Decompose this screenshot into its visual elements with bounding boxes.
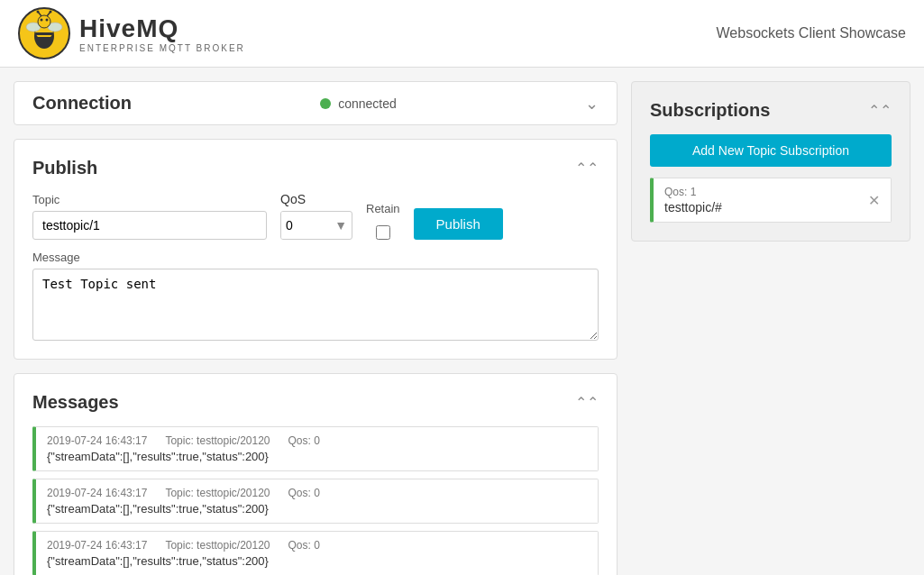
message-timestamp: 2019-07-24 16:43:17 (47, 539, 147, 552)
logo-subtitle-text: ENTERPRISE MQTT BROKER (79, 43, 245, 53)
message-qos: Qos: 0 (288, 434, 320, 447)
qos-select[interactable]: 0 1 2 (281, 212, 330, 239)
subscription-qos: Qos: 1 (664, 186, 722, 198)
svg-point-9 (46, 19, 49, 22)
message-label: Message (32, 251, 599, 264)
publish-form: Topic QoS 0 1 2 ▼ (32, 192, 599, 341)
message-meta: 2019-07-24 16:43:17 Topic: testtopic/201… (47, 487, 587, 499)
message-textarea[interactable] (32, 269, 599, 341)
message-qos: Qos: 0 (288, 487, 320, 499)
logo-text: HiveMQ ENTERPRISE MQTT BROKER (79, 14, 245, 53)
subscriptions-title: Subscriptions (650, 100, 770, 121)
qos-select-wrapper: 0 1 2 ▼ (280, 211, 352, 240)
logo-area: HiveMQ ENTERPRISE MQTT BROKER (18, 7, 245, 59)
svg-point-7 (38, 15, 50, 28)
messages-card: Messages ⌃⌃ 2019-07-24 16:43:17 Topic: t… (14, 373, 618, 575)
connection-status-text: connected (338, 96, 397, 111)
message-timestamp: 2019-07-24 16:43:17 (47, 487, 147, 499)
message-timestamp: 2019-07-24 16:43:17 (47, 434, 147, 447)
publish-collapse-icon[interactable]: ⌃⌃ (575, 160, 599, 177)
retain-label: Retain (366, 202, 400, 215)
subscriptions-panel: Subscriptions ⌃⌃ Add New Topic Subscript… (631, 81, 910, 242)
qos-dropdown-icon: ▼ (330, 218, 352, 233)
messages-header: Messages ⌃⌃ (32, 392, 599, 413)
topic-group: Topic (32, 193, 267, 240)
publish-button[interactable]: Publish (414, 208, 503, 240)
subscriptions-list: Qos: 1 testtopic/# ✕ (650, 178, 892, 223)
main-content: Connection connected ⌄ Publish ⌃⌃ Topic (0, 68, 924, 575)
message-body: {"streamData":[],"results":true,"status"… (47, 502, 587, 516)
message-meta: 2019-07-24 16:43:17 Topic: testtopic/201… (47, 434, 587, 447)
message-item: 2019-07-24 16:43:17 Topic: testtopic/201… (32, 531, 599, 575)
svg-point-11 (37, 11, 40, 14)
svg-rect-4 (35, 37, 53, 40)
svg-rect-3 (35, 32, 53, 35)
retain-group: Retain (366, 202, 400, 240)
topic-input[interactable] (32, 211, 267, 240)
connection-title: Connection (32, 93, 132, 114)
message-item: 2019-07-24 16:43:17 Topic: testtopic/201… (32, 426, 599, 471)
qos-group: QoS 0 1 2 ▼ (280, 192, 352, 240)
subscriptions-collapse-icon[interactable]: ⌃⌃ (868, 102, 892, 119)
message-topic: Topic: testtopic/20120 (165, 434, 270, 447)
message-body: {"streamData":[],"results":true,"status"… (47, 450, 587, 463)
messages-list: 2019-07-24 16:43:17 Topic: testtopic/201… (32, 426, 599, 575)
header: HiveMQ ENTERPRISE MQTT BROKER Websockets… (0, 0, 924, 68)
publish-top-row: Topic QoS 0 1 2 ▼ (32, 192, 599, 240)
message-group: Message (32, 251, 599, 341)
subscription-topic: testtopic/# (664, 200, 722, 214)
subscriptions-header: Subscriptions ⌃⌃ (650, 100, 892, 121)
left-column: Connection connected ⌄ Publish ⌃⌃ Topic (14, 81, 618, 575)
subscription-info: Qos: 1 testtopic/# (664, 186, 722, 214)
subscription-close-icon[interactable]: ✕ (868, 192, 880, 209)
publish-title: Publish (32, 158, 97, 178)
publish-card: Publish ⌃⌃ Topic QoS 0 1 (14, 139, 618, 360)
message-item: 2019-07-24 16:43:17 Topic: testtopic/201… (32, 479, 599, 524)
qos-label: QoS (280, 192, 352, 206)
status-dot-icon (320, 98, 331, 109)
logo-hivemq-text: HiveMQ (79, 14, 245, 43)
message-meta: 2019-07-24 16:43:17 Topic: testtopic/201… (47, 539, 587, 552)
bee-logo-icon (18, 7, 70, 59)
message-topic: Topic: testtopic/20120 (165, 487, 270, 499)
connection-bar: Connection connected ⌄ (14, 81, 618, 125)
add-subscription-button[interactable]: Add New Topic Subscription (650, 134, 892, 167)
subscription-item: Qos: 1 testtopic/# ✕ (650, 178, 892, 223)
publish-card-header: Publish ⌃⌃ (32, 158, 599, 178)
connection-status: connected (320, 96, 397, 111)
retain-checkbox[interactable] (376, 225, 390, 240)
message-qos: Qos: 0 (288, 539, 320, 552)
messages-collapse-icon[interactable]: ⌃⌃ (575, 394, 599, 411)
messages-title: Messages (32, 392, 119, 413)
right-column: Subscriptions ⌃⌃ Add New Topic Subscript… (631, 81, 910, 575)
topic-label: Topic (32, 193, 267, 206)
svg-point-8 (41, 19, 43, 22)
message-topic: Topic: testtopic/20120 (165, 539, 270, 552)
connection-collapse-icon[interactable]: ⌄ (585, 94, 599, 114)
message-body: {"streamData":[],"results":true,"status"… (47, 554, 587, 568)
header-title: Websockets Client Showcase (717, 25, 906, 41)
svg-point-13 (50, 11, 52, 14)
